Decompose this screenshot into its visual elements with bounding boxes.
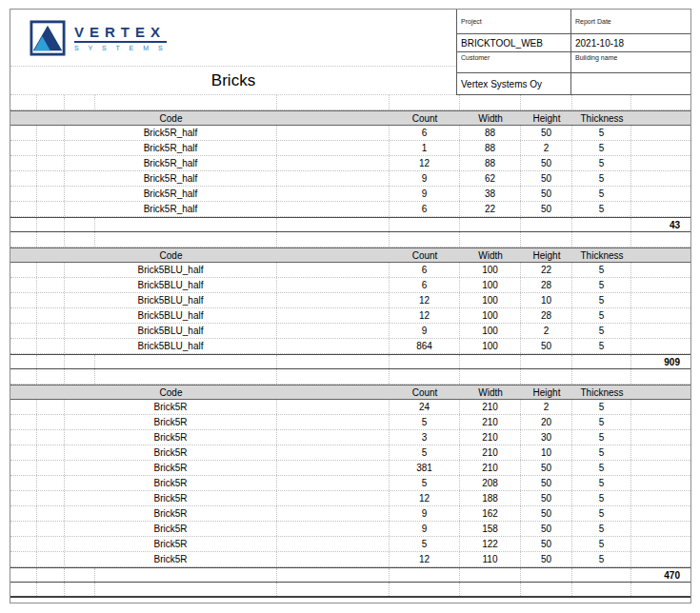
column-header-thickness: Thickness [572,111,631,125]
spacer-cell [37,430,65,445]
cell-count: 12 [390,293,460,307]
cell-height: 50 [521,537,572,551]
spacer-cell [277,171,390,186]
spacer-cell [65,583,95,596]
table-row: Brick5R9158505 [10,522,690,537]
spacer-cell [631,308,690,323]
spacer-cell [277,386,390,399]
spacer-cell [37,293,65,307]
cell-height: 2 [521,400,572,414]
spacer-cell [277,293,390,307]
cell-count: 9 [390,171,460,186]
spacer-cell [95,218,277,231]
cell-code: Brick5R [65,461,277,475]
spacer-cell [631,476,690,490]
table-row: Brick5R3210305 [10,430,690,445]
spacer-cell [10,386,37,399]
spacer-row [10,95,690,110]
cell-thickness: 5 [572,415,631,429]
group-total-row: 470 [10,567,690,583]
cell-count: 9 [390,187,460,201]
spacer-cell [10,339,37,353]
spacer-cell [390,568,460,582]
table-row: Brick5R12188505 [10,491,690,506]
group-total-count: 43 [631,218,690,231]
cell-height: 2 [521,324,572,338]
spacer-cell [95,568,277,582]
spacer-cell [572,218,631,231]
spacer-cell [631,278,690,292]
spacer-cell [572,232,631,247]
spacer-cell [37,324,65,338]
spacer-cell [460,369,521,384]
table-row: Brick5R_half938505 [10,187,690,202]
spacer-cell [37,445,65,460]
table-row: Brick5BLU_half12100105 [10,293,690,308]
cell-width: 110 [460,552,521,566]
spacer-cell [277,583,390,596]
cell-code: Brick5BLU_half [65,263,277,277]
cell-width: 210 [460,445,521,460]
table-row: Brick5R_half18825 [10,141,690,156]
spacer-cell [37,95,65,109]
spacer-cell [10,111,37,125]
cell-height: 50 [521,491,572,505]
spacer-cell [277,568,390,582]
cell-width: 88 [460,126,521,140]
spacer-cell [390,369,460,384]
spacer-cell [37,171,65,186]
column-header-code: Code [65,111,277,125]
table-row: Brick5R5208505 [10,476,690,491]
cell-width: 210 [460,415,521,429]
cell-code: Brick5R [65,522,277,536]
spacer-cell [631,491,690,505]
vertex-logo-icon [30,20,66,56]
table-row: Brick5BLU_half12100285 [10,308,690,324]
customer-value: Vertex Systems Oy [457,73,571,95]
cell-height: 50 [521,476,572,490]
cell-code: Brick5R_half [65,187,277,201]
spacer-cell [277,263,390,277]
cell-width: 100 [460,324,521,338]
cell-width: 88 [460,141,521,155]
spacer-cell [37,308,65,323]
cell-count: 381 [390,461,460,475]
cell-code: Brick5R [65,400,277,414]
spacer-cell [10,415,37,429]
spacer-cell [277,111,390,125]
spacer-cell [10,156,37,170]
cell-count: 9 [390,324,460,338]
spacer-cell [631,445,690,460]
spacer-cell [10,355,37,368]
vertex-logo: VERTEX S Y S T E M S [10,10,456,67]
spacer-cell [37,400,65,414]
cell-count: 864 [390,339,460,353]
spacer-cell [521,95,572,109]
spacer-cell [277,278,390,292]
table-row: Brick5R5122505 [10,537,690,552]
spacer-row [10,583,690,598]
cell-thickness: 5 [572,202,631,216]
cell-width: 162 [460,506,521,521]
spacer-cell [521,218,572,231]
spacer-cell [277,537,390,551]
spacer-cell [631,263,690,277]
spacer-cell [37,355,65,368]
spacer-cell [10,141,37,155]
spacer-cell [37,386,65,399]
spacer-cell [10,324,37,338]
cell-thickness: 5 [572,430,631,445]
spacer-cell [521,369,572,384]
spacer-cell [631,156,690,170]
spacer-cell [460,232,521,247]
spacer-cell [631,400,690,414]
spacer-row [10,369,690,385]
spacer-cell [277,491,390,505]
spacer-cell [390,355,460,368]
spacer-cell [277,461,390,475]
cell-height: 50 [521,126,572,140]
spacer-cell [631,171,690,186]
cell-height: 30 [521,430,572,445]
spacer-cell [37,111,65,125]
spacer-cell [10,263,37,277]
